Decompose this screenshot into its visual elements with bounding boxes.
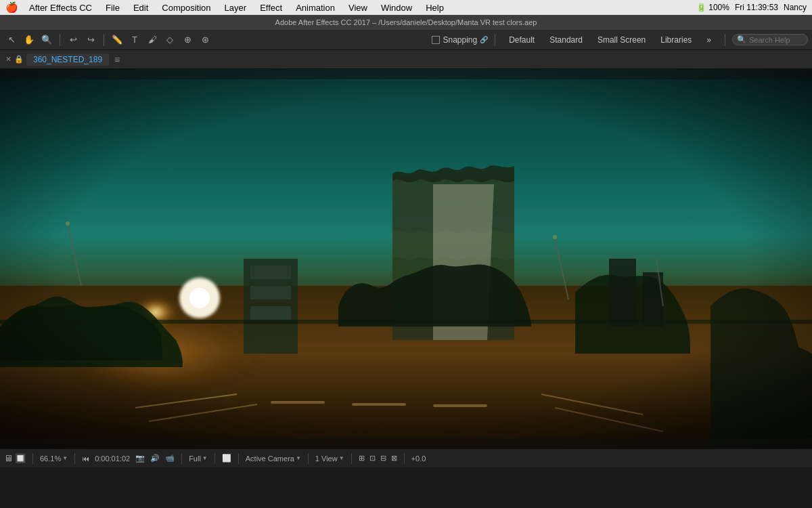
svg-rect-26 xyxy=(0,69,812,79)
tool-pen[interactable]: ✏️ xyxy=(110,33,125,47)
snapping-toggle[interactable]: Snapping 🔗 xyxy=(432,35,488,45)
audio-icon[interactable]: 🔊 xyxy=(150,454,160,463)
menu-edit[interactable]: Edit xyxy=(131,3,151,13)
status-bar: 🖥 🔲 66.1% ⏮ 0:00:01:02 📷 🔊 📹 Full ⬜ xyxy=(0,448,812,467)
view-controls-right: ⊞ ⊡ ⊟ ⊠ xyxy=(359,454,397,463)
quality-selector[interactable]: Full xyxy=(189,454,208,463)
view-icon-4[interactable]: ⊠ xyxy=(391,454,397,463)
timecode-value: 0:00:01:02 xyxy=(95,454,130,463)
comp-tab-menu-icon[interactable]: ≡ xyxy=(114,54,120,65)
menu-view[interactable]: View xyxy=(346,3,370,13)
menu-help[interactable]: Help xyxy=(423,3,447,13)
preview-home[interactable]: ⏮ xyxy=(82,454,89,463)
tool-undo[interactable]: ↩ xyxy=(66,33,81,47)
toolbar-right: Snapping 🔗 Default Standard Small Screen… xyxy=(432,34,808,46)
help-search-box[interactable]: 🔍 xyxy=(732,34,808,45)
help-search-input[interactable] xyxy=(749,36,803,44)
camera-svg-icon: 📷 xyxy=(135,454,145,463)
svg-rect-27 xyxy=(0,438,812,448)
apple-menu[interactable]: 🍎 xyxy=(5,1,18,14)
comp-tab-icons: ✕ 🔒 xyxy=(5,55,24,64)
view-icon-3[interactable]: ⊟ xyxy=(380,454,386,463)
tool-select[interactable]: ↖ xyxy=(4,33,19,47)
title-text: Adobe After Effects CC 2017 – /Users/dan… xyxy=(275,18,537,26)
menu-window[interactable]: Window xyxy=(378,3,415,13)
camera-selector-value: Active Camera xyxy=(246,454,294,463)
status-sep-2 xyxy=(74,453,75,464)
tool-clone[interactable]: ⊕ xyxy=(180,33,195,47)
tool-puppet[interactable]: ⊛ xyxy=(198,33,212,47)
audio-svg-icon: 🔊 xyxy=(150,454,160,463)
toolbar-separator-2 xyxy=(104,34,104,46)
search-icon: 🔍 xyxy=(737,35,746,44)
workspace-default[interactable]: Default xyxy=(502,34,541,46)
workspace-more[interactable]: » xyxy=(700,34,718,46)
menu-composition[interactable]: Composition xyxy=(159,3,213,13)
view-selector[interactable]: 1 View xyxy=(315,454,344,463)
menu-bar: 🍎 After Effects CC File Edit Composition… xyxy=(0,0,812,15)
camera-icon[interactable]: 📷 xyxy=(135,454,145,463)
status-sep-6 xyxy=(308,453,309,464)
roi-icon: ⬜ xyxy=(222,454,231,463)
viewer-icon-1[interactable]: 🖥 xyxy=(4,453,13,463)
quality-value: Full xyxy=(189,454,201,463)
value-display: +0.0 xyxy=(411,454,426,463)
battery-indicator: 🔋 100% xyxy=(696,3,729,12)
menu-animation[interactable]: Animation xyxy=(293,3,338,13)
region-of-interest[interactable]: ⬜ xyxy=(222,454,231,463)
tool-brush[interactable]: 🖌 xyxy=(145,33,160,47)
panorama-image xyxy=(0,69,812,448)
video-icon[interactable]: 📹 xyxy=(165,454,175,463)
status-sep-4 xyxy=(215,453,215,464)
user-name: Nancy xyxy=(784,3,807,12)
view-icon-1[interactable]: ⊞ xyxy=(359,454,365,463)
svg-rect-25 xyxy=(0,69,812,448)
comp-tab-bar: ✕ 🔒 360_NESTED_189 ≡ xyxy=(0,50,812,69)
title-bar: Adobe After Effects CC 2017 – /Users/dan… xyxy=(0,15,812,30)
workspace-small-screen[interactable]: Small Screen xyxy=(591,34,652,46)
toolbar-separator-1 xyxy=(60,34,60,46)
preview-controls: ⏮ xyxy=(82,454,89,463)
composition-viewer xyxy=(0,69,812,448)
composition-tab[interactable]: 360_NESTED_189 xyxy=(26,54,109,66)
status-sep-1 xyxy=(32,453,33,464)
timecode-display[interactable]: 0:00:01:02 xyxy=(95,454,130,463)
workspace-standard[interactable]: Standard xyxy=(543,34,589,46)
tool-zoom[interactable]: 🔍 xyxy=(39,33,54,47)
tool-hand[interactable]: ✋ xyxy=(22,33,37,47)
value-text: +0.0 xyxy=(411,454,426,463)
video-svg-icon: 📹 xyxy=(165,454,175,463)
tool-shape[interactable]: ◇ xyxy=(162,33,177,47)
tool-text[interactable]: T xyxy=(127,33,142,47)
clock: Fri 11:39:53 xyxy=(735,3,778,12)
panel-lock-icon[interactable]: 🔒 xyxy=(14,55,24,64)
snapping-icon: 🔗 xyxy=(480,36,488,43)
status-sep-5 xyxy=(238,453,239,464)
toolbar: ↖ ✋ 🔍 ↩ ↪ ✏️ T 🖌 ◇ ⊕ ⊛ Snapping 🔗 Defaul… xyxy=(0,30,812,50)
camera-selector[interactable]: Active Camera xyxy=(246,454,301,463)
menubar-right: 🔋 100% Fri 11:39:53 Nancy xyxy=(696,3,807,12)
menu-file[interactable]: File xyxy=(103,3,122,13)
view-selector-value: 1 View xyxy=(315,454,338,463)
view-icon-2[interactable]: ⊡ xyxy=(369,454,376,463)
viewer-icon-2[interactable]: 🔲 xyxy=(15,453,26,463)
snapping-label-text: Snapping xyxy=(443,35,477,45)
toolbar-separator-4 xyxy=(725,34,725,46)
status-sep-7 xyxy=(351,453,352,464)
menu-after-effects[interactable]: After Effects CC xyxy=(26,3,95,13)
status-sep-3 xyxy=(181,453,182,464)
workspace-libraries[interactable]: Libraries xyxy=(654,34,698,46)
zoom-level[interactable]: 66.1% xyxy=(40,454,68,463)
panel-close-icon[interactable]: ✕ xyxy=(5,55,12,64)
status-sep-8 xyxy=(404,453,405,464)
workspace-tabs: Default Standard Small Screen Libraries … xyxy=(502,34,718,46)
snapping-checkbox[interactable] xyxy=(432,36,440,44)
toolbar-separator-3 xyxy=(495,34,495,46)
menu-layer[interactable]: Layer xyxy=(222,3,250,13)
viewer-controls-left: 🖥 🔲 xyxy=(4,453,26,463)
tool-redo[interactable]: ↪ xyxy=(83,33,98,47)
menu-effect[interactable]: Effect xyxy=(257,3,285,13)
zoom-value: 66.1% xyxy=(40,454,61,463)
